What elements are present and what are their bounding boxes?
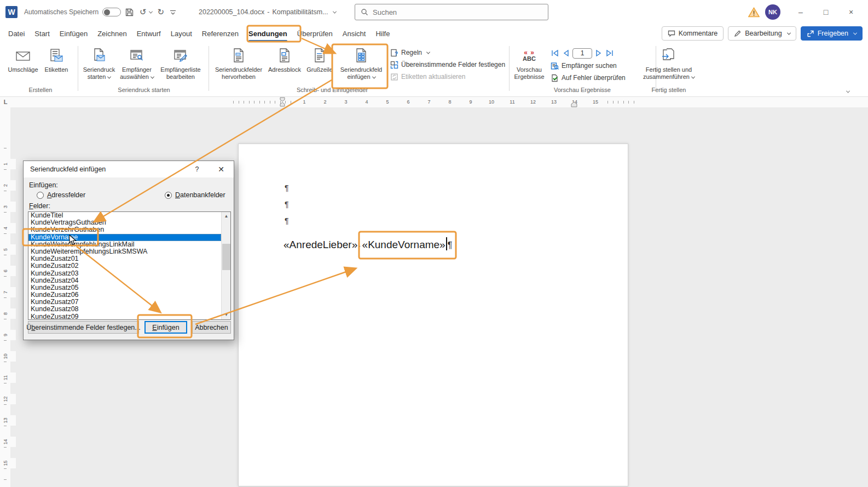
auf-fehler-ueberpruefen-button[interactable]: Auf Fehler überprüfen [551,73,626,83]
avatar[interactable]: NK [765,4,780,20]
umschlaege-button[interactable]: Umschläge [5,45,40,73]
ribbon-tab[interactable]: Referenzen [197,24,244,43]
seriendruck-label-2: starten [88,73,111,81]
next-record-icon[interactable] [595,49,602,57]
share-button[interactable]: Freigeben [801,26,863,41]
datenbankfelder-label: Datenbankfelder [175,191,225,199]
editing-mode-button[interactable]: Bearbeitung [728,26,796,41]
envelope-icon [15,47,31,65]
radio-checked-icon [165,192,172,199]
svg-text:?: ? [395,51,398,57]
customize-qat-icon[interactable] [170,9,176,15]
field-list-item[interactable]: KundeVerzehrGuthaben [28,226,221,233]
ribbon-tab[interactable]: Einfügen [55,24,92,43]
grusszeile-label: Grußzeile [306,66,333,73]
vruler-number: 14 [0,437,16,447]
field-list-item[interactable]: KundeZusatz09 [28,313,221,320]
dialog-close-button[interactable]: ✕ [212,161,230,177]
adressfelder-radio[interactable]: Adressfelder [37,191,85,199]
match-fields-button[interactable]: Übereinstimmende Felder festlegen... [28,321,139,334]
anrede-merge-field[interactable]: «AnredeLieber» [283,239,357,251]
ribbon-tab[interactable]: Entwurf [132,24,166,43]
regeln-chevron-icon [426,50,430,54]
empfaenger-chevron-icon [151,75,154,79]
document-title[interactable]: 202200005_104.docx - Kompatibilitätsm... [199,0,336,24]
fertig-stellen-button[interactable]: Fertig stellen und zusammenführen [638,45,699,81]
uebereinstimmende-felder-button[interactable]: Übereinstimmende Felder festlegen [390,60,505,70]
field-list-item[interactable]: KundeZusatz04 [28,277,221,284]
comments-button[interactable]: Kommentare [662,26,724,41]
ruler-number: 12 [523,97,543,107]
indent-marker-left[interactable] [279,97,286,107]
group-schreibfelder-label: Schreib- und Einfügefelder [261,87,403,93]
field-list-item[interactable]: KundeWeiterempfehlungsLinkMail [28,241,221,248]
undo-button[interactable]: ↺ [140,7,152,17]
scroll-down-icon[interactable]: ▼ [222,311,231,319]
maximize-button[interactable]: □ [813,0,838,24]
collapse-ribbon-icon[interactable] [846,89,850,93]
ribbon-tab[interactable]: Hilfe [371,24,395,43]
select-recipients-icon [129,47,145,65]
field-list-item[interactable]: KundeZusatz03 [28,270,221,277]
first-record-icon[interactable] [551,49,559,57]
save-icon[interactable] [125,8,134,17]
grusszeile-button[interactable]: Grußzeile [304,45,335,73]
minimize-button[interactable]: – [788,0,813,24]
vruler-number: 6 [0,266,16,276]
ribbon-tab[interactable]: Zeichnen [92,24,131,43]
dialog-help-button[interactable]: ? [189,161,205,177]
find-recipient-icon [551,62,559,70]
cancel-button[interactable]: Abbrechen [192,321,231,334]
empfaengerliste-bearbeiten-button[interactable]: Empfängerliste bearbeiten [157,45,205,81]
previous-record-icon[interactable] [563,49,569,57]
search-input[interactable]: Suchen [355,4,548,20]
scroll-up-icon[interactable]: ▲ [222,212,231,221]
ribbon-tab[interactable]: Überprüfen [292,24,338,43]
word-app-icon[interactable]: W [5,0,18,24]
seriendruckfeld-einfuegen-button[interactable]: Seriendruckfeld einfügen [335,45,387,81]
ribbon-tab[interactable]: Datei [3,24,30,43]
close-button[interactable]: × [838,0,864,24]
vorschau-ergebnisse-button[interactable]: « »ABC Vorschau Ergebnisse [512,45,546,81]
group-schreibfelder: Seriendruckfelder hervorheben Adressbloc… [212,45,507,94]
merge-fields-list[interactable]: KundeTitelKundeVertragsGuthabenKundeVerz… [28,211,231,320]
datenbankfelder-radio[interactable]: Datenbankfelder [165,191,225,199]
etiketten-button[interactable]: Etiketten [40,45,72,73]
autosave-toggle[interactable] [102,8,121,16]
indent-marker-right[interactable] [571,101,577,107]
ribbon-tab[interactable]: Sendungen [244,24,292,43]
comment-icon [668,30,675,37]
group-fertig-stellen: Fertig stellen und zusammenführen Fertig… [638,45,699,94]
list-scrollbar[interactable]: ▲ ▼ [221,212,230,319]
field-list-item[interactable]: KundeZusatz08 [28,306,221,313]
group-seriendruck-label: Seriendruck starten [81,87,207,93]
ribbon-tab[interactable]: Ansicht [338,24,371,43]
field-list-item[interactable]: KundeVorname [28,234,221,241]
ribbon-tabs: DateiStartEinfügenZeichnenEntwurfLayoutR… [3,24,395,43]
title-bar: W Automatisches Speichern ↺ ↻ 202200005_… [0,0,868,24]
seriendruck-starten-button[interactable]: Seriendruck starten [81,45,117,81]
record-number-input[interactable] [572,48,592,59]
regeln-button[interactable]: ? Regeln [390,48,505,58]
document-page[interactable]: ¶ ¶ ¶ «AnredeLieber» · «KundeVorname» ¶ [238,144,628,486]
record-navigation [551,48,626,59]
warning-icon[interactable] [748,7,760,18]
ribbon-tab[interactable]: Layout [166,24,197,43]
kundevorname-merge-field[interactable]: «KundeVorname» [362,239,445,251]
empfaenger-auswaehlen-button[interactable]: Empfänger auswählen [117,45,157,81]
adressblock-button[interactable]: Adressblock [265,45,304,73]
vertical-ruler[interactable]: 123456789101112131415 [0,107,10,487]
empfaenger-suchen-button[interactable]: Empfänger suchen [551,61,626,71]
field-list-item[interactable]: KundeZusatz02 [28,262,221,270]
horizontal-ruler[interactable]: 123456789101112131415 [0,97,868,107]
tab-stop-selector[interactable]: L [2,98,9,106]
felder-hervorheben-button[interactable]: Seriendruckfelder hervorheben [212,45,265,81]
vruler-number: 12 [0,394,16,404]
ribbon-tab[interactable]: Start [30,24,54,43]
insert-button[interactable]: Einfügen [144,321,187,334]
last-record-icon[interactable] [605,49,614,57]
merge-field-line[interactable]: «AnredeLieber» · «KundeVorname» ¶ [283,235,452,251]
vruler-number: 13 [0,415,16,426]
scrollbar-thumb[interactable] [222,244,230,270]
redo-button[interactable]: ↻ [158,7,165,17]
